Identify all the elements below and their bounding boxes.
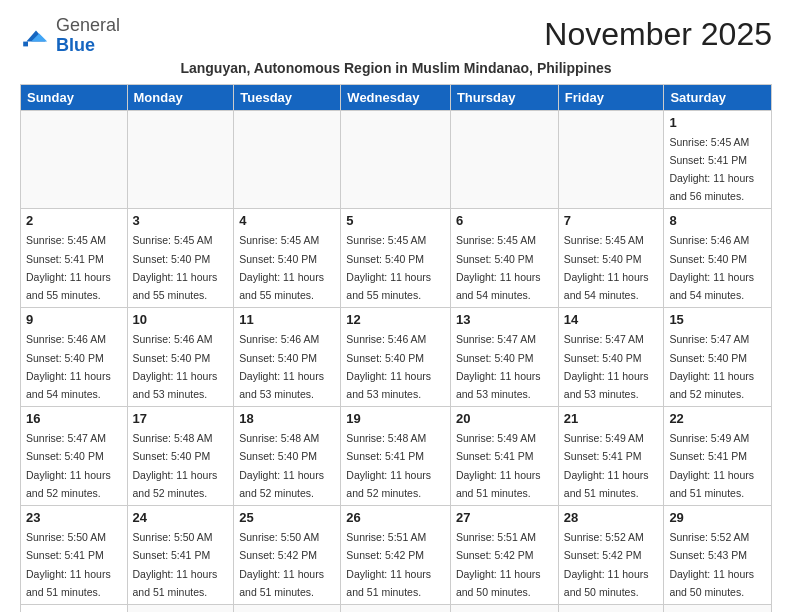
- header-thursday: Thursday: [450, 84, 558, 110]
- day-6: 6 Sunrise: 5:45 AMSunset: 5:40 PMDayligh…: [450, 209, 558, 308]
- empty-cell: [341, 604, 451, 612]
- day-info-26: Sunrise: 5:51 AMSunset: 5:42 PMDaylight:…: [346, 531, 431, 598]
- day-num-22: 22: [669, 411, 766, 426]
- empty-cell: [127, 604, 234, 612]
- day-22: 22 Sunrise: 5:49 AMSunset: 5:41 PMDaylig…: [664, 407, 772, 506]
- empty-cell: [558, 110, 664, 209]
- day-21: 21 Sunrise: 5:49 AMSunset: 5:41 PMDaylig…: [558, 407, 664, 506]
- day-info-11: Sunrise: 5:46 AMSunset: 5:40 PMDaylight:…: [239, 333, 324, 400]
- day-num-16: 16: [26, 411, 122, 426]
- empty-cell: [234, 604, 341, 612]
- empty-cell: [127, 110, 234, 209]
- day-28: 28 Sunrise: 5:52 AMSunset: 5:42 PMDaylig…: [558, 506, 664, 605]
- header: General Blue November 2025: [20, 16, 772, 56]
- day-info-8: Sunrise: 5:46 AMSunset: 5:40 PMDaylight:…: [669, 234, 754, 301]
- month-title: November 2025: [544, 16, 772, 53]
- day-info-29: Sunrise: 5:52 AMSunset: 5:43 PMDaylight:…: [669, 531, 754, 598]
- day-num-9: 9: [26, 312, 122, 327]
- day-info-21: Sunrise: 5:49 AMSunset: 5:41 PMDaylight:…: [564, 432, 649, 499]
- day-info-9: Sunrise: 5:46 AMSunset: 5:40 PMDaylight:…: [26, 333, 111, 400]
- day-num-8: 8: [669, 213, 766, 228]
- day-27: 27 Sunrise: 5:51 AMSunset: 5:42 PMDaylig…: [450, 506, 558, 605]
- day-info-5: Sunrise: 5:45 AMSunset: 5:40 PMDaylight:…: [346, 234, 431, 301]
- day-num-2: 2: [26, 213, 122, 228]
- day-num-29: 29: [669, 510, 766, 525]
- day-num-17: 17: [133, 411, 229, 426]
- day-1: 1 Sunrise: 5:45 AMSunset: 5:41 PMDayligh…: [664, 110, 772, 209]
- day-num-13: 13: [456, 312, 553, 327]
- day-29: 29 Sunrise: 5:52 AMSunset: 5:43 PMDaylig…: [664, 506, 772, 605]
- day-info-7: Sunrise: 5:45 AMSunset: 5:40 PMDaylight:…: [564, 234, 649, 301]
- calendar-row-5: 23 Sunrise: 5:50 AMSunset: 5:41 PMDaylig…: [21, 506, 772, 605]
- day-num-7: 7: [564, 213, 659, 228]
- subtitle: Languyan, Autonomous Region in Muslim Mi…: [20, 60, 772, 76]
- header-monday: Monday: [127, 84, 234, 110]
- day-num-6: 6: [456, 213, 553, 228]
- day-info-13: Sunrise: 5:47 AMSunset: 5:40 PMDaylight:…: [456, 333, 541, 400]
- day-num-10: 10: [133, 312, 229, 327]
- page: General Blue November 2025 Languyan, Aut…: [0, 0, 792, 612]
- day-info-2: Sunrise: 5:45 AMSunset: 5:41 PMDaylight:…: [26, 234, 111, 301]
- day-info-20: Sunrise: 5:49 AMSunset: 5:41 PMDaylight:…: [456, 432, 541, 499]
- day-num-27: 27: [456, 510, 553, 525]
- header-saturday: Saturday: [664, 84, 772, 110]
- empty-cell: [341, 110, 451, 209]
- day-num-5: 5: [346, 213, 445, 228]
- day-15: 15 Sunrise: 5:47 AMSunset: 5:40 PMDaylig…: [664, 308, 772, 407]
- calendar-row-2: 2 Sunrise: 5:45 AMSunset: 5:41 PMDayligh…: [21, 209, 772, 308]
- day-25: 25 Sunrise: 5:50 AMSunset: 5:42 PMDaylig…: [234, 506, 341, 605]
- day-info-18: Sunrise: 5:48 AMSunset: 5:40 PMDaylight:…: [239, 432, 324, 499]
- day-num-1: 1: [669, 115, 766, 130]
- day-num-12: 12: [346, 312, 445, 327]
- day-19: 19 Sunrise: 5:48 AMSunset: 5:41 PMDaylig…: [341, 407, 451, 506]
- day-num-15: 15: [669, 312, 766, 327]
- day-23: 23 Sunrise: 5:50 AMSunset: 5:41 PMDaylig…: [21, 506, 128, 605]
- day-info-22: Sunrise: 5:49 AMSunset: 5:41 PMDaylight:…: [669, 432, 754, 499]
- day-info-14: Sunrise: 5:47 AMSunset: 5:40 PMDaylight:…: [564, 333, 649, 400]
- day-info-6: Sunrise: 5:45 AMSunset: 5:40 PMDaylight:…: [456, 234, 541, 301]
- day-num-28: 28: [564, 510, 659, 525]
- empty-cell: [558, 604, 664, 612]
- day-10: 10 Sunrise: 5:46 AMSunset: 5:40 PMDaylig…: [127, 308, 234, 407]
- day-num-19: 19: [346, 411, 445, 426]
- day-30: 30 Sunrise: 5:53 AMSunset: 5:43 PMDaylig…: [21, 604, 128, 612]
- empty-cell: [21, 110, 128, 209]
- calendar-row-3: 9 Sunrise: 5:46 AMSunset: 5:40 PMDayligh…: [21, 308, 772, 407]
- day-9: 9 Sunrise: 5:46 AMSunset: 5:40 PMDayligh…: [21, 308, 128, 407]
- day-info-25: Sunrise: 5:50 AMSunset: 5:42 PMDaylight:…: [239, 531, 324, 598]
- svg-rect-3: [23, 41, 28, 46]
- day-num-20: 20: [456, 411, 553, 426]
- calendar-row-1: 1 Sunrise: 5:45 AMSunset: 5:41 PMDayligh…: [21, 110, 772, 209]
- day-info-16: Sunrise: 5:47 AMSunset: 5:40 PMDaylight:…: [26, 432, 111, 499]
- calendar-row-6: 30 Sunrise: 5:53 AMSunset: 5:43 PMDaylig…: [21, 604, 772, 612]
- day-info-28: Sunrise: 5:52 AMSunset: 5:42 PMDaylight:…: [564, 531, 649, 598]
- day-7: 7 Sunrise: 5:45 AMSunset: 5:40 PMDayligh…: [558, 209, 664, 308]
- calendar-row-4: 16 Sunrise: 5:47 AMSunset: 5:40 PMDaylig…: [21, 407, 772, 506]
- day-8: 8 Sunrise: 5:46 AMSunset: 5:40 PMDayligh…: [664, 209, 772, 308]
- empty-cell: [450, 604, 558, 612]
- day-num-24: 24: [133, 510, 229, 525]
- day-13: 13 Sunrise: 5:47 AMSunset: 5:40 PMDaylig…: [450, 308, 558, 407]
- header-friday: Friday: [558, 84, 664, 110]
- day-num-26: 26: [346, 510, 445, 525]
- day-3: 3 Sunrise: 5:45 AMSunset: 5:40 PMDayligh…: [127, 209, 234, 308]
- day-4: 4 Sunrise: 5:45 AMSunset: 5:40 PMDayligh…: [234, 209, 341, 308]
- day-num-18: 18: [239, 411, 335, 426]
- day-num-21: 21: [564, 411, 659, 426]
- day-info-19: Sunrise: 5:48 AMSunset: 5:41 PMDaylight:…: [346, 432, 431, 499]
- day-num-14: 14: [564, 312, 659, 327]
- header-wednesday: Wednesday: [341, 84, 451, 110]
- day-info-15: Sunrise: 5:47 AMSunset: 5:40 PMDaylight:…: [669, 333, 754, 400]
- day-info-24: Sunrise: 5:50 AMSunset: 5:41 PMDaylight:…: [133, 531, 218, 598]
- logo-general: General: [56, 16, 120, 36]
- logo-blue: Blue: [56, 36, 120, 56]
- logo-text: General Blue: [56, 16, 120, 56]
- day-2: 2 Sunrise: 5:45 AMSunset: 5:41 PMDayligh…: [21, 209, 128, 308]
- header-sunday: Sunday: [21, 84, 128, 110]
- day-num-23: 23: [26, 510, 122, 525]
- day-info-17: Sunrise: 5:48 AMSunset: 5:40 PMDaylight:…: [133, 432, 218, 499]
- day-14: 14 Sunrise: 5:47 AMSunset: 5:40 PMDaylig…: [558, 308, 664, 407]
- day-26: 26 Sunrise: 5:51 AMSunset: 5:42 PMDaylig…: [341, 506, 451, 605]
- day-11: 11 Sunrise: 5:46 AMSunset: 5:40 PMDaylig…: [234, 308, 341, 407]
- logo: General Blue: [20, 16, 120, 56]
